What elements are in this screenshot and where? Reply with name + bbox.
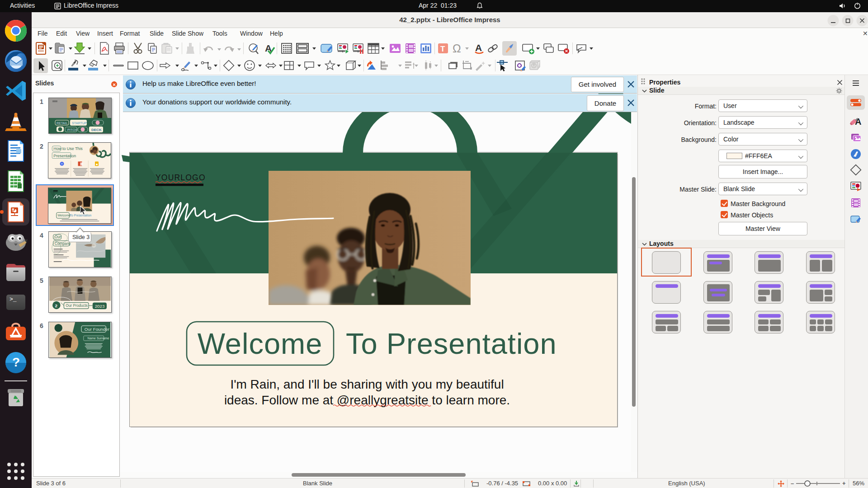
svg-text:Our Founder: Our Founder xyxy=(85,327,110,332)
svg-text:Ω: Ω xyxy=(453,42,461,55)
svg-text:T: T xyxy=(440,45,445,53)
svg-text:to Use This: to Use This xyxy=(62,146,83,151)
svg-text:2: 2 xyxy=(55,303,57,308)
svg-text:I'm Rain, and I'll be sharing: I'm Rain, and I'll be sharing with you m… xyxy=(230,377,504,391)
svg-text:Slide 3: Slide 3 xyxy=(72,234,90,240)
svg-text:YOURLOGO: YOURLOGO xyxy=(156,173,206,182)
svg-text:DECK: DECK xyxy=(91,128,102,132)
svg-text:STARTUP: STARTUP xyxy=(72,121,87,125)
svg-text:?: ? xyxy=(12,355,20,369)
svg-text:Presentation: Presentation xyxy=(53,154,76,158)
svg-text:To Presentation: To Presentation xyxy=(346,327,557,360)
svg-text:PITCH: PITCH xyxy=(67,128,77,132)
svg-text:How: How xyxy=(53,146,61,151)
svg-text:RETAIL: RETAIL xyxy=(57,121,68,125)
svg-text:>_: >_ xyxy=(9,296,17,303)
svg-text:Name Surname: Name Surname xyxy=(88,337,109,340)
svg-text:Our: Our xyxy=(55,235,61,239)
svg-text:2023: 2023 xyxy=(95,304,105,309)
svg-text:Our Products: Our Products xyxy=(66,304,88,308)
svg-text:A: A xyxy=(475,42,482,53)
svg-text:Welcome: Welcome xyxy=(198,327,323,360)
svg-text:Welcome: Welcome xyxy=(57,214,71,217)
